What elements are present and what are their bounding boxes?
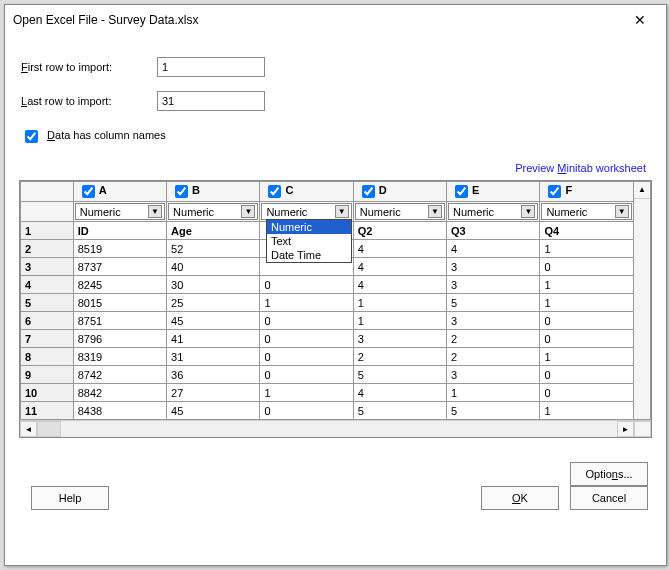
data-cell[interactable]: 5	[353, 366, 446, 384]
data-cell[interactable]: 8015	[73, 294, 166, 312]
header-cell[interactable]: Q2	[353, 222, 446, 240]
data-cell[interactable]: 4	[353, 258, 446, 276]
data-cell[interactable]: 1	[540, 294, 633, 312]
ok-button[interactable]: OK	[481, 486, 559, 510]
type-option[interactable]: Text	[267, 234, 351, 248]
data-cell[interactable]: 0	[540, 384, 633, 402]
data-cell[interactable]: 0	[260, 276, 353, 294]
type-dropdown[interactable]: Numeric▼	[261, 203, 351, 220]
data-cell[interactable]: 0	[260, 366, 353, 384]
scroll-up-icon[interactable]: ▲	[634, 182, 650, 199]
last-row-input[interactable]	[157, 91, 265, 111]
close-button[interactable]: ✕	[622, 6, 658, 34]
column-header-f[interactable]: F	[540, 182, 633, 202]
data-cell[interactable]: 8319	[73, 348, 166, 366]
scroll-right-icon[interactable]: ►	[617, 421, 634, 437]
column-include-checkbox[interactable]	[268, 185, 281, 198]
column-header-b[interactable]: B	[167, 182, 260, 202]
data-cell[interactable]: 1	[540, 402, 633, 420]
data-cell[interactable]: 8751	[73, 312, 166, 330]
column-header-a[interactable]: A	[73, 182, 166, 202]
data-cell[interactable]: 36	[167, 366, 260, 384]
data-cell[interactable]: 4	[353, 384, 446, 402]
data-cell[interactable]: 1	[447, 384, 540, 402]
column-header-d[interactable]: D	[353, 182, 446, 202]
type-dropdown[interactable]: Numeric▼	[541, 203, 631, 220]
data-cell[interactable]: 8742	[73, 366, 166, 384]
header-cell[interactable]: Q4	[540, 222, 633, 240]
column-include-checkbox[interactable]	[362, 185, 375, 198]
data-cell[interactable]: 0	[260, 402, 353, 420]
type-option[interactable]: Date Time	[267, 248, 351, 262]
type-dropdown[interactable]: Numeric▼	[448, 203, 538, 220]
options-button[interactable]: Options...	[570, 462, 648, 486]
data-cell[interactable]: 3	[447, 276, 540, 294]
data-cell[interactable]: 41	[167, 330, 260, 348]
preview-worksheet-link[interactable]: Preview Minitab worksheet	[17, 162, 646, 174]
column-header-e[interactable]: E	[447, 182, 540, 202]
column-header-c[interactable]: C	[260, 182, 353, 202]
data-cell[interactable]: 2	[353, 348, 446, 366]
data-cell[interactable]: 1	[260, 294, 353, 312]
data-cell[interactable]: 40	[167, 258, 260, 276]
scroll-left-icon[interactable]: ◄	[20, 421, 37, 437]
data-cell[interactable]: 3	[447, 312, 540, 330]
data-cell[interactable]: 8796	[73, 330, 166, 348]
data-cell[interactable]: 1	[540, 240, 633, 258]
type-dropdown[interactable]: Numeric▼	[168, 203, 258, 220]
data-cell[interactable]: 27	[167, 384, 260, 402]
scrollbar-thumb[interactable]	[37, 421, 61, 437]
colnames-checkbox[interactable]	[25, 130, 38, 143]
column-include-checkbox[interactable]	[82, 185, 95, 198]
data-cell[interactable]: 4	[447, 240, 540, 258]
data-cell[interactable]: 8245	[73, 276, 166, 294]
data-cell[interactable]: 8842	[73, 384, 166, 402]
data-cell[interactable]: 2	[447, 330, 540, 348]
data-cell[interactable]: 0	[260, 330, 353, 348]
first-row-input[interactable]	[157, 57, 265, 77]
data-cell[interactable]: 45	[167, 402, 260, 420]
data-cell[interactable]: 45	[167, 312, 260, 330]
data-cell[interactable]: 8737	[73, 258, 166, 276]
help-button[interactable]: Help	[31, 486, 109, 510]
cancel-button[interactable]: Cancel	[570, 486, 648, 510]
data-cell[interactable]: 1	[260, 384, 353, 402]
data-cell[interactable]: 0	[540, 366, 633, 384]
data-cell[interactable]: 52	[167, 240, 260, 258]
column-include-checkbox[interactable]	[175, 185, 188, 198]
data-cell[interactable]: 4	[353, 276, 446, 294]
header-cell[interactable]: ID	[73, 222, 166, 240]
data-cell[interactable]: 0	[260, 348, 353, 366]
data-cell[interactable]: 5	[447, 402, 540, 420]
header-cell[interactable]: Q3	[447, 222, 540, 240]
data-cell[interactable]: 25	[167, 294, 260, 312]
data-cell[interactable]: 5	[353, 402, 446, 420]
data-cell[interactable]: 30	[167, 276, 260, 294]
data-cell[interactable]: 3	[353, 330, 446, 348]
data-cell[interactable]: 0	[540, 312, 633, 330]
data-cell[interactable]: 8519	[73, 240, 166, 258]
scrollbar-track[interactable]	[61, 421, 617, 437]
data-cell[interactable]: 0	[540, 258, 633, 276]
data-cell[interactable]: 0	[260, 312, 353, 330]
data-cell[interactable]: 5	[447, 294, 540, 312]
data-cell[interactable]: 31	[167, 348, 260, 366]
data-cell[interactable]: 1	[540, 276, 633, 294]
data-cell[interactable]: 1	[353, 312, 446, 330]
data-cell[interactable]: 3	[447, 258, 540, 276]
type-dropdown[interactable]: Numeric▼	[75, 203, 165, 220]
column-include-checkbox[interactable]	[455, 185, 468, 198]
column-include-checkbox[interactable]	[548, 185, 561, 198]
horizontal-scrollbar[interactable]: ◄ ►	[20, 420, 651, 437]
type-dropdown[interactable]: Numeric▼	[355, 203, 445, 220]
data-cell[interactable]: 3	[447, 366, 540, 384]
data-cell[interactable]: 1	[540, 348, 633, 366]
data-cell[interactable]: 8438	[73, 402, 166, 420]
data-cell[interactable]: 1	[353, 294, 446, 312]
data-cell[interactable]: 0	[540, 330, 633, 348]
header-cell[interactable]: Age	[167, 222, 260, 240]
type-dropdown-open[interactable]: NumericTextDate Time	[266, 219, 352, 263]
data-cell[interactable]: 4	[353, 240, 446, 258]
data-cell[interactable]: 2	[447, 348, 540, 366]
type-option[interactable]: Numeric	[267, 220, 351, 234]
